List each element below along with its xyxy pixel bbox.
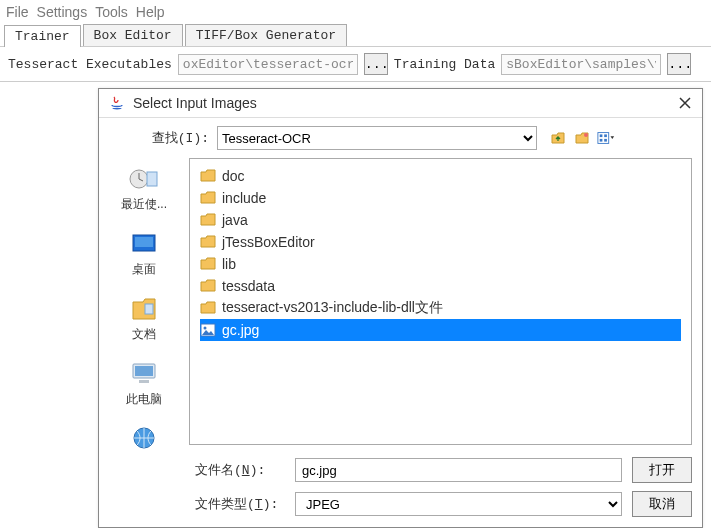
tabbar: Trainer Box Editor TIFF/Box Generator — [0, 24, 711, 47]
svg-rect-3 — [604, 134, 607, 137]
sidebar-item-label: 最近使... — [121, 196, 167, 213]
close-icon[interactable] — [678, 96, 692, 110]
list-item[interactable]: tessdata — [200, 275, 681, 297]
exec-browse-button[interactable]: ... — [364, 53, 388, 75]
sidebar-item-label: 桌面 — [132, 261, 156, 278]
file-name: gc.jpg — [222, 322, 259, 338]
list-item[interactable]: java — [200, 209, 681, 231]
filetype-label: 文件类型(T): — [195, 495, 285, 513]
network-icon — [127, 424, 161, 451]
tab-box-editor[interactable]: Box Editor — [83, 24, 183, 46]
folder-icon — [200, 301, 216, 315]
folder-icon — [200, 279, 216, 293]
tab-trainer[interactable]: Trainer — [4, 25, 81, 47]
folder-icon — [200, 191, 216, 205]
file-name: doc — [222, 168, 245, 184]
sidebar-item-recent[interactable]: 最近使... — [121, 164, 167, 213]
tab-tiff-box-generator[interactable]: TIFF/Box Generator — [185, 24, 347, 46]
dialog-bottom: 文件名(N): 打开 文件类型(T): JPEG 取消 — [99, 451, 702, 527]
toolbar-icons — [549, 129, 615, 147]
exec-label: Tesseract Executables — [8, 57, 172, 72]
filename-label: 文件名(N): — [195, 461, 285, 479]
svg-rect-9 — [135, 237, 153, 247]
sidebar-item-label: 此电脑 — [126, 391, 162, 408]
svg-rect-13 — [139, 380, 149, 383]
sidebar-item-documents[interactable]: 文档 — [127, 294, 161, 343]
file-list[interactable]: docincludejavajTessBoxEditorlibtessdatat… — [189, 158, 692, 445]
folder-icon — [200, 257, 216, 271]
up-folder-icon[interactable] — [549, 129, 567, 147]
folder-icon — [200, 213, 216, 227]
svg-rect-5 — [604, 139, 607, 142]
list-item[interactable]: lib — [200, 253, 681, 275]
file-name: java — [222, 212, 248, 228]
svg-rect-12 — [135, 366, 153, 376]
cancel-button[interactable]: 取消 — [632, 491, 692, 517]
pathbar: Tesseract Executables ... Training Data … — [0, 47, 711, 82]
menu-settings[interactable]: Settings — [37, 4, 88, 20]
list-item[interactable]: gc.jpg — [200, 319, 681, 341]
dialog-titlebar: Select Input Images — [99, 89, 702, 118]
menu-help[interactable]: Help — [136, 4, 165, 20]
dialog-title: Select Input Images — [133, 95, 678, 111]
java-icon — [109, 95, 125, 111]
documents-icon — [127, 294, 161, 324]
svg-point-16 — [204, 327, 207, 330]
exec-path-input[interactable] — [178, 54, 358, 75]
train-browse-button[interactable]: ... — [667, 53, 691, 75]
svg-rect-4 — [600, 139, 603, 142]
svg-rect-2 — [600, 134, 603, 137]
view-menu-icon[interactable] — [597, 129, 615, 147]
file-dialog: Select Input Images 查找(I): Tesseract-OCR — [98, 88, 703, 528]
file-name: jTessBoxEditor — [222, 234, 315, 250]
desktop-icon — [127, 229, 161, 259]
filetype-select[interactable]: JPEG — [295, 492, 622, 516]
sidebar-item-label: 文档 — [132, 326, 156, 343]
clock-icon — [127, 164, 161, 194]
sidebar-item-thispc[interactable]: 此电脑 — [126, 359, 162, 408]
sidebar-item-network[interactable]: 网络 — [127, 424, 161, 451]
svg-rect-1 — [598, 133, 609, 144]
list-item[interactable]: tesseract-vs2013-include-lib-dll文件 — [200, 297, 681, 319]
lookin-select[interactable]: Tesseract-OCR — [217, 126, 537, 150]
train-path-input[interactable] — [501, 54, 661, 75]
list-item[interactable]: jTessBoxEditor — [200, 231, 681, 253]
menu-tools[interactable]: Tools — [95, 4, 128, 20]
sidebar: 最近使... 桌面 文档 此电脑 网络 — [99, 158, 189, 451]
image-file-icon — [200, 323, 216, 337]
folder-icon — [200, 169, 216, 183]
dialog-body: 最近使... 桌面 文档 此电脑 网络 docincludejavajTessB… — [99, 158, 702, 451]
menubar: File Settings Tools Help — [0, 0, 711, 24]
sidebar-item-desktop[interactable]: 桌面 — [127, 229, 161, 278]
train-label: Training Data — [394, 57, 495, 72]
filename-input[interactable] — [295, 458, 622, 482]
list-item[interactable]: doc — [200, 165, 681, 187]
file-name: include — [222, 190, 266, 206]
open-button[interactable]: 打开 — [632, 457, 692, 483]
file-name: tesseract-vs2013-include-lib-dll文件 — [222, 299, 443, 317]
new-folder-icon[interactable] — [573, 129, 591, 147]
svg-rect-7 — [147, 172, 157, 186]
computer-icon — [127, 359, 161, 389]
svg-point-0 — [584, 133, 588, 137]
lookin-label: 查找(I): — [109, 129, 209, 147]
file-name: tessdata — [222, 278, 275, 294]
menu-file[interactable]: File — [6, 4, 29, 20]
dialog-toolbar: 查找(I): Tesseract-OCR — [99, 118, 702, 158]
file-name: lib — [222, 256, 236, 272]
svg-rect-10 — [145, 304, 153, 314]
list-item[interactable]: include — [200, 187, 681, 209]
folder-icon — [200, 235, 216, 249]
